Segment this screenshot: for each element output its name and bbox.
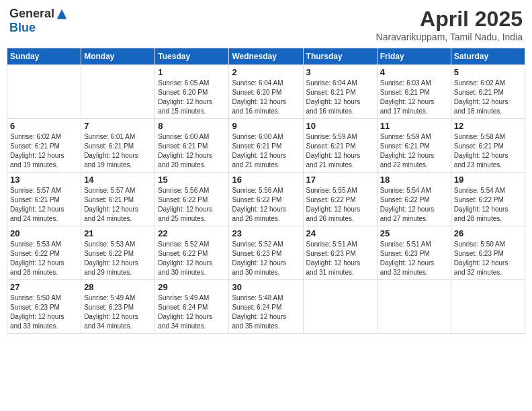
day-number: 28 [84,282,152,292]
day-info: Sunrise: 6:05 AM Sunset: 6:20 PM Dayligh… [158,79,226,116]
calendar-cell [303,280,377,334]
calendar-cell: 22Sunrise: 5:52 AM Sunset: 6:22 PM Dayli… [155,226,229,280]
calendar-cell: 21Sunrise: 5:53 AM Sunset: 6:22 PM Dayli… [81,226,155,280]
day-number: 17 [306,175,374,185]
day-number: 23 [232,228,300,238]
day-number: 19 [454,175,522,185]
calendar-cell: 25Sunrise: 5:51 AM Sunset: 6:23 PM Dayli… [377,226,451,280]
weekday-header: Sunday [7,48,81,65]
calendar-cell: 10Sunrise: 5:59 AM Sunset: 6:21 PM Dayli… [303,119,377,173]
day-info: Sunrise: 6:00 AM Sunset: 6:21 PM Dayligh… [232,132,300,170]
day-info: Sunrise: 5:58 AM Sunset: 6:21 PM Dayligh… [454,132,522,170]
page-header: General Blue April 2025 Naravarikuppam, … [7,7,525,42]
day-info: Sunrise: 6:00 AM Sunset: 6:21 PM Dayligh… [158,132,226,170]
day-number: 26 [454,228,522,238]
day-info: Sunrise: 5:52 AM Sunset: 6:23 PM Dayligh… [232,240,300,277]
calendar-cell: 1Sunrise: 6:05 AM Sunset: 6:20 PM Daylig… [155,65,229,119]
logo-blue: Blue [9,21,36,35]
day-info: Sunrise: 5:48 AM Sunset: 6:24 PM Dayligh… [232,293,300,331]
day-number: 6 [10,121,78,131]
day-number: 27 [10,282,78,292]
calendar-cell [7,65,81,119]
day-info: Sunrise: 5:53 AM Sunset: 6:22 PM Dayligh… [10,240,78,277]
day-number: 14 [84,175,152,185]
day-number: 20 [10,228,78,238]
month-title: April 2025 [376,7,523,32]
weekday-header: Friday [377,48,451,65]
day-number: 24 [306,228,374,238]
calendar-cell: 23Sunrise: 5:52 AM Sunset: 6:23 PM Dayli… [229,226,303,280]
day-info: Sunrise: 5:53 AM Sunset: 6:22 PM Dayligh… [84,240,152,277]
location: Naravarikuppam, Tamil Nadu, India [376,32,523,42]
calendar-cell: 16Sunrise: 5:56 AM Sunset: 6:22 PM Dayli… [229,173,303,226]
calendar-week-row: 20Sunrise: 5:53 AM Sunset: 6:22 PM Dayli… [7,226,525,280]
calendar-cell: 29Sunrise: 5:49 AM Sunset: 6:24 PM Dayli… [155,280,229,334]
calendar-cell: 19Sunrise: 5:54 AM Sunset: 6:22 PM Dayli… [451,173,525,226]
day-info: Sunrise: 6:04 AM Sunset: 6:20 PM Dayligh… [232,79,300,116]
day-info: Sunrise: 5:59 AM Sunset: 6:21 PM Dayligh… [380,132,448,170]
day-info: Sunrise: 5:57 AM Sunset: 6:21 PM Dayligh… [10,186,78,224]
weekday-header: Monday [81,48,155,65]
calendar-cell: 15Sunrise: 5:56 AM Sunset: 6:22 PM Dayli… [155,173,229,226]
calendar-cell [81,65,155,119]
calendar-cell: 26Sunrise: 5:50 AM Sunset: 6:23 PM Dayli… [451,226,525,280]
day-number: 11 [380,121,448,131]
day-number: 1 [158,67,226,77]
day-number: 2 [232,67,300,77]
calendar-cell: 5Sunrise: 6:02 AM Sunset: 6:21 PM Daylig… [451,65,525,119]
day-info: Sunrise: 5:50 AM Sunset: 6:23 PM Dayligh… [10,293,78,331]
day-number: 12 [454,121,522,131]
day-info: Sunrise: 5:54 AM Sunset: 6:22 PM Dayligh… [380,186,448,224]
calendar-cell: 30Sunrise: 5:48 AM Sunset: 6:24 PM Dayli… [229,280,303,334]
day-number: 25 [380,228,448,238]
day-info: Sunrise: 5:56 AM Sunset: 6:22 PM Dayligh… [158,186,226,224]
calendar-cell: 11Sunrise: 5:59 AM Sunset: 6:21 PM Dayli… [377,119,451,173]
day-number: 18 [380,175,448,185]
calendar-cell: 6Sunrise: 6:02 AM Sunset: 6:21 PM Daylig… [7,119,81,173]
calendar-cell: 27Sunrise: 5:50 AM Sunset: 6:23 PM Dayli… [7,280,81,334]
calendar-cell: 17Sunrise: 5:55 AM Sunset: 6:22 PM Dayli… [303,173,377,226]
logo: General Blue [9,7,68,35]
day-number: 21 [84,228,152,238]
weekday-header: Saturday [451,48,525,65]
day-info: Sunrise: 5:57 AM Sunset: 6:21 PM Dayligh… [84,186,152,224]
day-info: Sunrise: 5:50 AM Sunset: 6:23 PM Dayligh… [454,240,522,277]
calendar-cell: 20Sunrise: 5:53 AM Sunset: 6:22 PM Dayli… [7,226,81,280]
day-info: Sunrise: 6:02 AM Sunset: 6:21 PM Dayligh… [10,132,78,170]
day-info: Sunrise: 6:01 AM Sunset: 6:21 PM Dayligh… [84,132,152,170]
calendar-cell: 14Sunrise: 5:57 AM Sunset: 6:21 PM Dayli… [81,173,155,226]
day-number: 15 [158,175,226,185]
day-number: 5 [454,67,522,77]
logo-general: General [9,7,54,21]
day-number: 3 [306,67,374,77]
day-number: 8 [158,121,226,131]
calendar-cell: 2Sunrise: 6:04 AM Sunset: 6:20 PM Daylig… [229,65,303,119]
svg-marker-0 [57,9,66,18]
day-number: 7 [84,121,152,131]
title-section: April 2025 Naravarikuppam, Tamil Nadu, I… [376,7,523,42]
day-number: 10 [306,121,374,131]
calendar-cell: 7Sunrise: 6:01 AM Sunset: 6:21 PM Daylig… [81,119,155,173]
calendar-week-row: 13Sunrise: 5:57 AM Sunset: 6:21 PM Dayli… [7,173,525,226]
calendar-cell: 9Sunrise: 6:00 AM Sunset: 6:21 PM Daylig… [229,119,303,173]
day-info: Sunrise: 5:49 AM Sunset: 6:23 PM Dayligh… [84,293,152,331]
calendar-cell: 18Sunrise: 5:54 AM Sunset: 6:22 PM Dayli… [377,173,451,226]
day-number: 13 [10,175,78,185]
calendar-cell: 4Sunrise: 6:03 AM Sunset: 6:21 PM Daylig… [377,65,451,119]
calendar-table: SundayMondayTuesdayWednesdayThursdayFrid… [7,48,525,334]
calendar-week-row: 1Sunrise: 6:05 AM Sunset: 6:20 PM Daylig… [7,65,525,119]
logo-icon [56,8,68,20]
day-info: Sunrise: 6:04 AM Sunset: 6:21 PM Dayligh… [306,79,374,116]
calendar-cell: 12Sunrise: 5:58 AM Sunset: 6:21 PM Dayli… [451,119,525,173]
day-info: Sunrise: 5:52 AM Sunset: 6:22 PM Dayligh… [158,240,226,277]
day-info: Sunrise: 5:51 AM Sunset: 6:23 PM Dayligh… [306,240,374,277]
day-number: 29 [158,282,226,292]
weekday-header: Thursday [303,48,377,65]
day-number: 22 [158,228,226,238]
calendar-cell: 3Sunrise: 6:04 AM Sunset: 6:21 PM Daylig… [303,65,377,119]
calendar-week-row: 6Sunrise: 6:02 AM Sunset: 6:21 PM Daylig… [7,119,525,173]
day-info: Sunrise: 5:59 AM Sunset: 6:21 PM Dayligh… [306,132,374,170]
day-number: 16 [232,175,300,185]
calendar-week-row: 27Sunrise: 5:50 AM Sunset: 6:23 PM Dayli… [7,280,525,334]
calendar-cell [377,280,451,334]
